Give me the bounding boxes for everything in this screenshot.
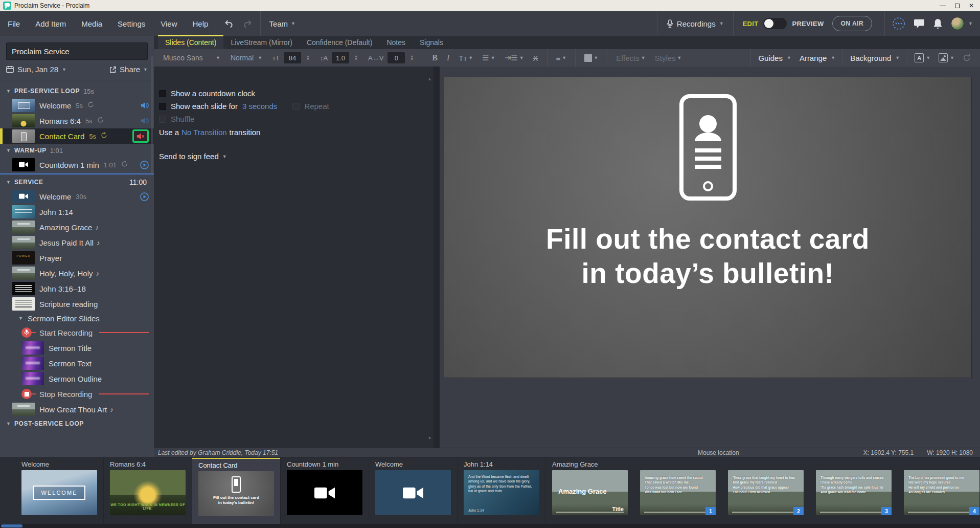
- menu-help[interactable]: Help: [185, 11, 216, 36]
- line-height-value[interactable]: 1.0: [332, 52, 349, 63]
- tab-notes[interactable]: Notes: [379, 35, 413, 49]
- tab-confidence-default-[interactable]: Confidence (Default): [300, 35, 379, 49]
- audio-speaker-icon[interactable]: [141, 102, 149, 109]
- slide-duration-link[interactable]: 3 seconds: [242, 102, 277, 111]
- slide-text[interactable]: Fill out the contact card in today’s bul…: [546, 222, 870, 291]
- countdown-option[interactable]: Show a countdown clock: [159, 87, 434, 100]
- slide-thumbnail[interactable]: [287, 470, 362, 515]
- clear-formatting-button[interactable]: X: [530, 54, 542, 62]
- line-height-stepper[interactable]: ▲▼: [354, 55, 358, 61]
- edit-preview-toggle[interactable]: [763, 18, 787, 29]
- transition-link[interactable]: No Transition: [181, 128, 226, 137]
- repeat-checkbox[interactable]: [292, 103, 300, 110]
- team-menu[interactable]: Team ▼: [261, 19, 304, 28]
- section-header-pre-service-loop[interactable]: ▼PRE-SERVICE LOOP15s: [0, 84, 154, 98]
- font-family-select[interactable]: Museo Sans ▼: [159, 51, 224, 64]
- show-each-option[interactable]: Show each slide for 3 seconds Repeat: [159, 100, 434, 113]
- service-item[interactable]: Romans 6:45s: [0, 113, 154, 128]
- guides-menu[interactable]: Guides▼: [754, 51, 795, 64]
- more-options-icon[interactable]: [892, 17, 905, 30]
- scrollbar-thumb[interactable]: [1, 524, 22, 527]
- tab-signals[interactable]: Signals: [413, 35, 450, 49]
- slide-canvas[interactable]: Fill out the contact card in today’s bul…: [444, 77, 971, 378]
- tab-livestream-mirror-[interactable]: LiveStream (Mirror): [223, 35, 300, 49]
- service-item[interactable]: Sermon Outline: [0, 371, 154, 386]
- tab-slides-content-[interactable]: Slides (Content): [158, 35, 223, 49]
- chevron-down-icon[interactable]: ▼: [62, 67, 66, 72]
- menu-view[interactable]: View: [153, 11, 185, 36]
- service-item[interactable]: Start Recording: [0, 325, 154, 340]
- undo-icon[interactable]: [224, 19, 235, 28]
- service-item[interactable]: Countdown 1 min1:01: [0, 157, 154, 172]
- slide-thumbnail[interactable]: [375, 470, 451, 515]
- sidebar-scrollbar[interactable]: [151, 56, 153, 174]
- service-item[interactable]: John 1:14: [0, 204, 154, 219]
- insert-image-button[interactable]: ▼: [935, 53, 959, 62]
- section-header-service[interactable]: ▼SERVICE11:00: [0, 175, 154, 189]
- slide-thumbnail[interactable]: Amazing GraceTitle: [552, 470, 628, 515]
- shuffle-option[interactable]: Shuffle: [159, 113, 434, 125]
- minimize-button[interactable]: —: [940, 3, 946, 9]
- background-menu[interactable]: Background▼: [846, 51, 904, 64]
- service-item[interactable]: Welcome5s: [0, 98, 154, 113]
- share-button[interactable]: Share ▼: [109, 65, 148, 74]
- chevron-down-icon[interactable]: ▼: [968, 21, 973, 26]
- slide-thumbnail[interactable]: Through many dangers toils and snaresI h…: [816, 470, 892, 515]
- service-item[interactable]: John 3:16–18: [0, 281, 154, 296]
- indent-button[interactable]: ⇥☰▼: [501, 53, 528, 62]
- effects-menu[interactable]: Effects▼: [612, 54, 649, 62]
- section-header-warm-up[interactable]: ▼WARM-UP1:01: [0, 144, 154, 157]
- shuffle-checkbox[interactable]: [159, 116, 166, 123]
- list-button[interactable]: ☰▼: [478, 53, 498, 62]
- line-height-control[interactable]: ↕A 1.0 ▲▼: [316, 51, 362, 64]
- sermon-group-header[interactable]: ▼Sermon Editor Slides: [0, 312, 154, 325]
- show-each-checkbox[interactable]: [159, 103, 166, 110]
- service-name-input[interactable]: [6, 42, 148, 60]
- user-avatar[interactable]: [951, 17, 964, 30]
- service-item[interactable]: Sermon Title: [0, 340, 154, 356]
- alignment-button[interactable]: ≡▼: [553, 54, 571, 62]
- notifications-bell-icon[interactable]: [933, 18, 943, 29]
- text-color-button[interactable]: ▼: [581, 54, 602, 62]
- italic-button[interactable]: I: [443, 53, 453, 62]
- slide-thumbnail[interactable]: Fill out the contact cardin today’s bull…: [198, 471, 274, 516]
- slide-thumbnail[interactable]: 'Twas grace that taught my heart to fear…: [728, 470, 804, 515]
- maximize-button[interactable]: [955, 4, 960, 8]
- arrange-menu[interactable]: Arrange▼: [795, 51, 839, 64]
- close-button[interactable]: ✕: [969, 3, 974, 9]
- menu-media[interactable]: Media: [74, 11, 110, 36]
- filmstrip-scrollbar[interactable]: [0, 524, 980, 528]
- service-item[interactable]: Scripture reading: [0, 296, 154, 312]
- audio-speaker-icon[interactable]: [141, 117, 149, 124]
- text-case-button[interactable]: Tт▼: [455, 54, 476, 62]
- menu-settings[interactable]: Settings: [110, 11, 153, 36]
- sign-feed-menu[interactable]: Send to sign feed ▼: [159, 152, 434, 161]
- slide-thumbnail[interactable]: WE TOO MIGHT WALK IN NEWNESS OF LIFE.: [110, 470, 186, 515]
- chat-icon[interactable]: [914, 18, 925, 29]
- styles-menu[interactable]: Styles▼: [651, 54, 686, 62]
- service-item[interactable]: Stop Recording: [0, 386, 154, 402]
- slide-thumbnail[interactable]: The Lord has promised good to meHis word…: [904, 470, 979, 515]
- service-item[interactable]: Amazing Grace♪: [0, 219, 154, 235]
- letter-spacing-control[interactable]: A↔V 0 ▲▼: [364, 51, 418, 64]
- slide-thumbnail[interactable]: Amazing grace how sweet the soundThat sa…: [640, 470, 716, 515]
- letter-spacing-stepper[interactable]: ▲▼: [410, 55, 414, 61]
- paragraph-style-select[interactable]: Normal ▼: [226, 51, 266, 64]
- countdown-checkbox[interactable]: [159, 90, 166, 97]
- service-item[interactable]: How Great Thou Art♪: [0, 402, 154, 417]
- font-size-stepper[interactable]: ▲▼: [306, 55, 310, 61]
- section-header-post-service-loop[interactable]: ▼POST-SERVICE LOOP: [0, 417, 154, 430]
- service-item[interactable]: Holy, Holy, Holy♪: [0, 266, 154, 281]
- menu-add-item[interactable]: Add Item: [28, 11, 74, 36]
- service-item[interactable]: Welcome30s: [0, 189, 154, 204]
- redo-icon[interactable]: [242, 19, 252, 28]
- service-date[interactable]: Sun, Jan 28: [17, 65, 58, 74]
- service-item[interactable]: Contact Card5s: [0, 128, 154, 144]
- font-size-control[interactable]: тT 84 ▲▼: [268, 51, 314, 64]
- play-button[interactable]: [140, 161, 149, 169]
- letter-spacing-value[interactable]: 0: [388, 52, 405, 63]
- insert-textbox-button[interactable]: A▼: [910, 53, 935, 62]
- on-air-button[interactable]: ON AIR: [832, 16, 873, 31]
- font-size-value[interactable]: 84: [284, 52, 301, 63]
- play-button[interactable]: [140, 192, 149, 201]
